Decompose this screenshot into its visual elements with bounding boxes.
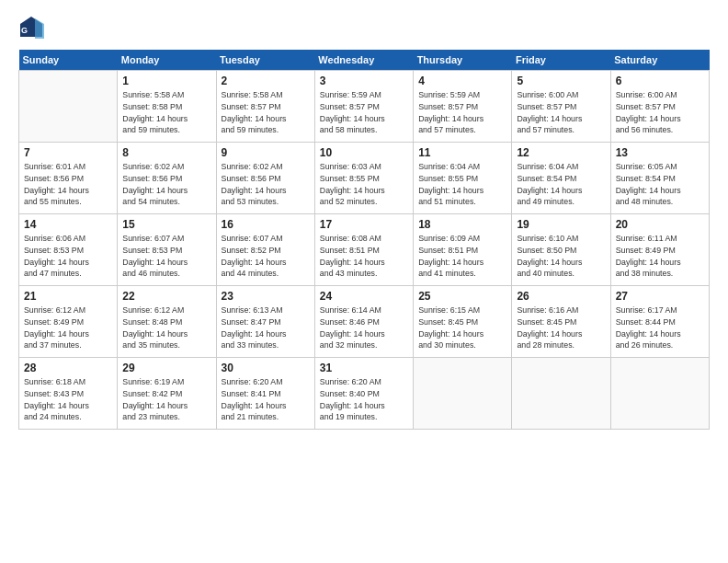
day-cell: 25Sunrise: 6:15 AM Sunset: 8:45 PM Dayli… [414, 286, 512, 358]
day-info: Sunrise: 6:03 AM Sunset: 8:55 PM Dayligh… [320, 161, 408, 208]
day-number: 2 [222, 75, 310, 87]
day-cell: 12Sunrise: 6:04 AM Sunset: 8:54 PM Dayli… [512, 143, 610, 214]
day-cell: 1Sunrise: 5:58 AM Sunset: 8:58 PM Daylig… [118, 71, 216, 143]
day-number: 9 [222, 146, 310, 159]
col-header-tuesday: Tuesday [216, 50, 314, 71]
day-number: 16 [222, 218, 310, 231]
svg-text:G: G [21, 26, 28, 35]
day-info: Sunrise: 6:11 AM Sunset: 8:49 PM Dayligh… [616, 233, 704, 280]
day-cell: 15Sunrise: 6:07 AM Sunset: 8:53 PM Dayli… [118, 214, 216, 286]
day-number: 11 [418, 146, 506, 159]
header: G [18, 15, 710, 40]
day-cell: 13Sunrise: 6:05 AM Sunset: 8:54 PM Dayli… [610, 143, 709, 214]
day-number: 21 [24, 290, 112, 303]
week-row-5: 28Sunrise: 6:18 AM Sunset: 8:43 PM Dayli… [19, 358, 710, 430]
calendar-table: SundayMondayTuesdayWednesdayThursdayFrid… [18, 50, 710, 430]
week-row-2: 7Sunrise: 6:01 AM Sunset: 8:56 PM Daylig… [19, 143, 710, 214]
day-number: 25 [418, 290, 506, 303]
page: G SundayMondayTuesdayWednesdayThursdayFr… [0, 0, 728, 563]
day-info: Sunrise: 6:18 AM Sunset: 8:43 PM Dayligh… [24, 376, 112, 423]
day-number: 6 [616, 75, 704, 87]
col-header-monday: Monday [118, 50, 216, 71]
svg-marker-1 [35, 18, 44, 39]
day-cell [414, 358, 512, 430]
col-header-saturday: Saturday [610, 50, 709, 71]
day-number: 26 [517, 290, 605, 303]
day-info: Sunrise: 6:04 AM Sunset: 8:54 PM Dayligh… [517, 161, 605, 208]
day-number: 22 [122, 290, 210, 303]
day-cell: 2Sunrise: 5:58 AM Sunset: 8:57 PM Daylig… [216, 71, 314, 143]
day-cell: 28Sunrise: 6:18 AM Sunset: 8:43 PM Dayli… [19, 358, 118, 430]
day-info: Sunrise: 6:05 AM Sunset: 8:54 PM Dayligh… [616, 161, 704, 208]
day-info: Sunrise: 6:13 AM Sunset: 8:47 PM Dayligh… [222, 304, 310, 351]
day-cell: 5Sunrise: 6:00 AM Sunset: 8:57 PM Daylig… [512, 71, 610, 143]
header-row: SundayMondayTuesdayWednesdayThursdayFrid… [19, 50, 710, 71]
day-info: Sunrise: 6:19 AM Sunset: 8:42 PM Dayligh… [122, 376, 210, 423]
day-cell: 24Sunrise: 6:14 AM Sunset: 8:46 PM Dayli… [314, 286, 413, 358]
day-cell [512, 358, 610, 430]
day-number: 7 [24, 146, 112, 159]
logo-icon: G [18, 15, 44, 40]
day-info: Sunrise: 6:12 AM Sunset: 8:48 PM Dayligh… [122, 304, 210, 351]
day-info: Sunrise: 6:06 AM Sunset: 8:53 PM Dayligh… [24, 233, 112, 280]
day-cell: 17Sunrise: 6:08 AM Sunset: 8:51 PM Dayli… [314, 214, 413, 286]
day-cell: 20Sunrise: 6:11 AM Sunset: 8:49 PM Dayli… [610, 214, 709, 286]
day-number: 3 [320, 75, 408, 87]
day-info: Sunrise: 6:17 AM Sunset: 8:44 PM Dayligh… [616, 304, 704, 351]
day-number: 24 [320, 290, 408, 303]
day-info: Sunrise: 6:12 AM Sunset: 8:49 PM Dayligh… [24, 304, 112, 351]
day-number: 15 [122, 218, 210, 231]
calendar-body: 1Sunrise: 5:58 AM Sunset: 8:58 PM Daylig… [19, 71, 710, 430]
col-header-sunday: Sunday [19, 50, 118, 71]
day-number: 31 [320, 362, 408, 374]
day-info: Sunrise: 6:04 AM Sunset: 8:55 PM Dayligh… [418, 161, 506, 208]
day-info: Sunrise: 6:10 AM Sunset: 8:50 PM Dayligh… [517, 233, 605, 280]
day-info: Sunrise: 6:02 AM Sunset: 8:56 PM Dayligh… [122, 161, 210, 208]
day-info: Sunrise: 6:20 AM Sunset: 8:41 PM Dayligh… [222, 376, 310, 423]
day-cell [19, 71, 118, 143]
day-cell: 22Sunrise: 6:12 AM Sunset: 8:48 PM Dayli… [118, 286, 216, 358]
day-cell: 29Sunrise: 6:19 AM Sunset: 8:42 PM Dayli… [118, 358, 216, 430]
day-number: 1 [122, 75, 210, 87]
day-info: Sunrise: 6:07 AM Sunset: 8:53 PM Dayligh… [122, 233, 210, 280]
day-info: Sunrise: 6:09 AM Sunset: 8:51 PM Dayligh… [418, 233, 506, 280]
day-cell: 19Sunrise: 6:10 AM Sunset: 8:50 PM Dayli… [512, 214, 610, 286]
day-info: Sunrise: 6:00 AM Sunset: 8:57 PM Dayligh… [616, 89, 704, 136]
week-row-1: 1Sunrise: 5:58 AM Sunset: 8:58 PM Daylig… [19, 71, 710, 143]
day-cell: 14Sunrise: 6:06 AM Sunset: 8:53 PM Dayli… [19, 214, 118, 286]
day-info: Sunrise: 6:02 AM Sunset: 8:56 PM Dayligh… [222, 161, 310, 208]
day-number: 19 [517, 218, 605, 231]
calendar-header: SundayMondayTuesdayWednesdayThursdayFrid… [19, 50, 710, 71]
day-cell [610, 358, 709, 430]
day-cell: 26Sunrise: 6:16 AM Sunset: 8:45 PM Dayli… [512, 286, 610, 358]
day-cell: 18Sunrise: 6:09 AM Sunset: 8:51 PM Dayli… [414, 214, 512, 286]
day-cell: 10Sunrise: 6:03 AM Sunset: 8:55 PM Dayli… [314, 143, 413, 214]
day-number: 14 [24, 218, 112, 231]
day-info: Sunrise: 6:08 AM Sunset: 8:51 PM Dayligh… [320, 233, 408, 280]
day-number: 30 [222, 362, 310, 374]
day-cell: 9Sunrise: 6:02 AM Sunset: 8:56 PM Daylig… [216, 143, 314, 214]
day-number: 4 [418, 75, 506, 87]
day-info: Sunrise: 6:15 AM Sunset: 8:45 PM Dayligh… [418, 304, 506, 351]
day-cell: 11Sunrise: 6:04 AM Sunset: 8:55 PM Dayli… [414, 143, 512, 214]
day-number: 27 [616, 290, 704, 303]
day-cell: 7Sunrise: 6:01 AM Sunset: 8:56 PM Daylig… [19, 143, 118, 214]
day-number: 5 [517, 75, 605, 87]
day-info: Sunrise: 6:01 AM Sunset: 8:56 PM Dayligh… [24, 161, 112, 208]
week-row-3: 14Sunrise: 6:06 AM Sunset: 8:53 PM Dayli… [19, 214, 710, 286]
day-info: Sunrise: 6:16 AM Sunset: 8:45 PM Dayligh… [517, 304, 605, 351]
day-info: Sunrise: 6:14 AM Sunset: 8:46 PM Dayligh… [320, 304, 408, 351]
day-number: 10 [320, 146, 408, 159]
day-cell: 4Sunrise: 5:59 AM Sunset: 8:57 PM Daylig… [414, 71, 512, 143]
logo: G [18, 15, 48, 40]
day-cell: 16Sunrise: 6:07 AM Sunset: 8:52 PM Dayli… [216, 214, 314, 286]
day-cell: 8Sunrise: 6:02 AM Sunset: 8:56 PM Daylig… [118, 143, 216, 214]
day-info: Sunrise: 5:59 AM Sunset: 8:57 PM Dayligh… [418, 89, 506, 136]
day-number: 13 [616, 146, 704, 159]
day-info: Sunrise: 6:20 AM Sunset: 8:40 PM Dayligh… [320, 376, 408, 423]
day-info: Sunrise: 6:07 AM Sunset: 8:52 PM Dayligh… [222, 233, 310, 280]
day-cell: 6Sunrise: 6:00 AM Sunset: 8:57 PM Daylig… [610, 71, 709, 143]
col-header-thursday: Thursday [414, 50, 512, 71]
day-info: Sunrise: 5:59 AM Sunset: 8:57 PM Dayligh… [320, 89, 408, 136]
col-header-wednesday: Wednesday [314, 50, 413, 71]
